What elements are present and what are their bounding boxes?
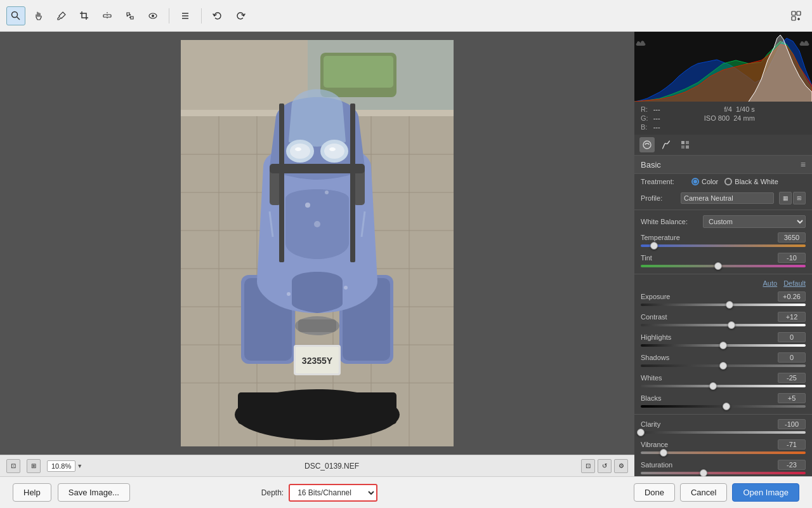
whites-thumb[interactable] (709, 382, 717, 390)
panel-menu-button[interactable]: ≡ (801, 159, 806, 170)
whites-header: Whites -25 (641, 373, 806, 383)
tab-tone-curve[interactable] (658, 137, 674, 152)
status-icons: ⊡ ↺ ⚙ (581, 459, 628, 473)
blacks-track[interactable] (641, 405, 806, 408)
highlights-track[interactable] (641, 344, 806, 347)
tint-header: Tint -10 (641, 253, 806, 263)
depth-section: Depth: 8 Bits/Channel 16 Bits/Channel 32… (261, 484, 377, 502)
straighten-tool[interactable] (98, 6, 117, 25)
highlights-value[interactable]: 0 (778, 332, 806, 342)
vibrance-track[interactable] (641, 451, 806, 454)
exposure-label: Exposure (641, 293, 670, 300)
temperature-value[interactable]: 3650 (778, 232, 806, 243)
shadows-thumb[interactable] (719, 362, 727, 370)
blacks-row: Blacks +5 (634, 391, 812, 411)
fit-button[interactable]: ⊡ (6, 459, 20, 473)
highlights-thumb[interactable] (719, 342, 727, 349)
settings-status-icon[interactable]: ⚙ (614, 459, 628, 473)
saturation-track[interactable] (641, 472, 806, 474)
highlights-row: Highlights 0 (634, 330, 812, 351)
open-image-button[interactable]: Open Image (732, 483, 799, 502)
temperature-thumb[interactable] (650, 242, 658, 250)
profile-label: Profile: (641, 194, 676, 202)
help-button[interactable]: Help (13, 483, 51, 502)
color-radio-label: Color (702, 178, 718, 185)
clarity-label: Clarity (641, 420, 660, 428)
color-radio[interactable]: Color (691, 178, 718, 185)
zoom-tool[interactable] (6, 6, 25, 25)
svg-rect-67 (686, 145, 689, 149)
photo-canvas: 32355Y (181, 40, 454, 446)
saturation-value[interactable]: -23 (778, 460, 806, 470)
tab-basic[interactable] (639, 137, 655, 152)
cancel-button[interactable]: Cancel (680, 483, 727, 502)
panel-title: Basic (641, 160, 661, 170)
whites-label: Whites (641, 374, 662, 382)
contrast-track[interactable] (641, 324, 806, 326)
eyedropper-tool[interactable] (52, 6, 71, 25)
shadows-value[interactable]: 0 (778, 352, 806, 363)
clarity-value[interactable]: -100 (778, 419, 806, 429)
tint-thumb[interactable] (714, 262, 722, 270)
clarity-track[interactable] (641, 431, 806, 434)
profile-select[interactable]: Camera Neutral (681, 192, 774, 204)
redo-button[interactable] (231, 6, 250, 25)
image-container[interactable]: 32355Y (0, 32, 634, 455)
tint-track[interactable] (641, 265, 806, 267)
extra-button[interactable] (787, 6, 806, 25)
exposure-value[interactable]: +0.26 (778, 291, 806, 302)
exposure-thumb[interactable] (726, 301, 733, 309)
clarity-thumb[interactable] (637, 429, 645, 436)
saturation-thumb[interactable] (700, 469, 707, 476)
svg-point-42 (290, 144, 310, 159)
bw-radio[interactable]: Black & White (724, 178, 778, 185)
aperture-shutter: f/4 1/40 s (704, 105, 755, 113)
tab-hsl[interactable] (678, 137, 693, 152)
right-panel: R: --- f/4 1/40 s G: --- ISO 800 24 mm B… (634, 32, 812, 476)
treatment-label: Treatment: (641, 178, 685, 185)
redeye-tool[interactable] (143, 6, 162, 25)
blacks-value[interactable]: +5 (778, 393, 806, 403)
hand-tool[interactable] (29, 6, 48, 25)
zoom-value[interactable]: 10.8% (47, 460, 75, 472)
profile-grid2[interactable]: ⊞ (793, 192, 806, 204)
default-button[interactable]: Default (783, 279, 806, 287)
wb-select[interactable]: Custom As Shot Auto Daylight (703, 215, 806, 228)
profile-grid1[interactable]: ▦ (779, 192, 792, 204)
exposure-track[interactable] (641, 304, 806, 306)
vibrance-thumb[interactable] (660, 449, 667, 457)
color-radio-circle (691, 178, 699, 185)
temperature-track[interactable] (641, 244, 806, 247)
svg-point-56 (287, 292, 291, 296)
vibrance-value[interactable]: -71 (778, 439, 806, 450)
whites-value[interactable]: -25 (778, 373, 806, 383)
shadows-track[interactable] (641, 364, 806, 367)
blacks-label: Blacks (641, 394, 661, 402)
transform-tool[interactable] (121, 6, 140, 25)
vibrance-header: Vibrance -71 (641, 439, 806, 450)
contrast-thumb[interactable] (728, 321, 735, 329)
whites-track[interactable] (641, 385, 806, 387)
save-button[interactable]: Save Image... (58, 483, 130, 502)
crop-status-icon[interactable]: ⊡ (581, 459, 595, 473)
crop-tool[interactable] (75, 6, 94, 25)
tint-value[interactable]: -10 (778, 253, 806, 263)
depth-select[interactable]: 8 Bits/Channel 16 Bits/Channel 32 Bits/C… (289, 484, 377, 502)
done-button[interactable]: Done (634, 483, 675, 502)
svg-point-0 (12, 11, 18, 17)
blacks-thumb[interactable] (723, 403, 730, 410)
rgb-readout: R: --- f/4 1/40 s G: --- ISO 800 24 mm B… (634, 102, 812, 135)
fill-button[interactable]: ⊞ (27, 459, 41, 473)
list-tool[interactable] (176, 6, 195, 25)
svg-point-54 (325, 190, 329, 194)
svg-point-63 (643, 141, 651, 149)
undo-button[interactable] (208, 6, 227, 25)
zoom-dropdown[interactable]: ▼ (77, 463, 82, 469)
rotate-status-icon[interactable]: ↺ (598, 459, 612, 473)
contrast-value[interactable]: +12 (778, 312, 806, 322)
svg-rect-65 (686, 141, 689, 144)
tint-row: Tint -10 (634, 251, 812, 271)
auto-button[interactable]: Auto (763, 279, 778, 287)
footer: Help Save Image... Depth: 8 Bits/Channel… (0, 476, 812, 508)
whites-row: Whites -25 (634, 371, 812, 391)
